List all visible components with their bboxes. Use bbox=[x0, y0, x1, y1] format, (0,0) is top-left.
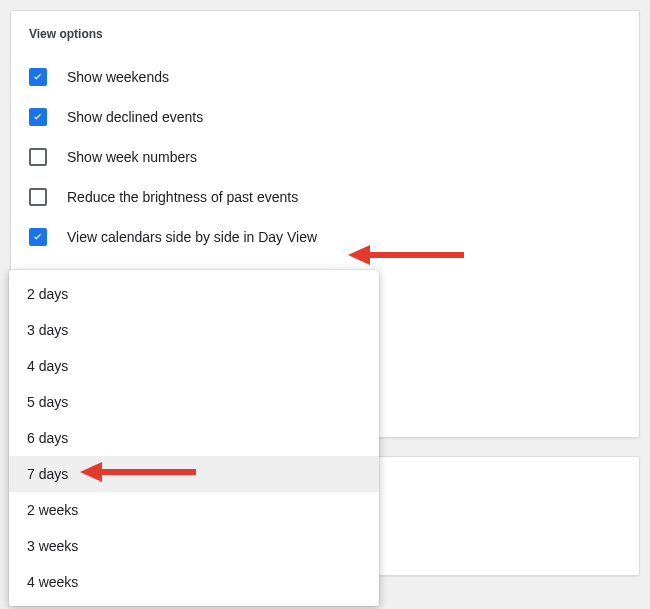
dropdown-item-2-weeks[interactable]: 2 weeks bbox=[9, 492, 379, 528]
checkbox-side-by-side[interactable] bbox=[29, 228, 47, 246]
section-title: View options bbox=[29, 27, 621, 41]
option-label: Reduce the brightness of past events bbox=[67, 189, 298, 205]
checkbox-show-weekends[interactable] bbox=[29, 68, 47, 86]
svg-rect-0 bbox=[364, 252, 464, 258]
checkbox-show-declined[interactable] bbox=[29, 108, 47, 126]
annotation-arrow-icon bbox=[348, 243, 468, 267]
annotation-arrow-icon bbox=[80, 460, 200, 484]
svg-marker-3 bbox=[80, 462, 102, 482]
dropdown-item-3-days[interactable]: 3 days bbox=[9, 312, 379, 348]
option-show-declined[interactable]: Show declined events bbox=[29, 97, 621, 137]
option-show-weekends[interactable]: Show weekends bbox=[29, 57, 621, 97]
checkmark-icon bbox=[31, 230, 45, 244]
dropdown-item-4-weeks[interactable]: 4 weeks bbox=[9, 564, 379, 600]
dropdown-item-6-days[interactable]: 6 days bbox=[9, 420, 379, 456]
dropdown-item-4-days[interactable]: 4 days bbox=[9, 348, 379, 384]
dropdown-item-3-weeks[interactable]: 3 weeks bbox=[9, 528, 379, 564]
svg-rect-2 bbox=[96, 469, 196, 475]
option-label: Show week numbers bbox=[67, 149, 197, 165]
option-label: Show weekends bbox=[67, 69, 169, 85]
checkbox-show-week-numbers[interactable] bbox=[29, 148, 47, 166]
checkmark-icon bbox=[31, 110, 45, 124]
option-label: Show declined events bbox=[67, 109, 203, 125]
svg-marker-1 bbox=[348, 245, 370, 265]
option-side-by-side[interactable]: View calendars side by side in Day View bbox=[29, 217, 621, 257]
option-label: View calendars side by side in Day View bbox=[67, 229, 317, 245]
custom-view-dropdown[interactable]: 2 days 3 days 4 days 5 days 6 days 7 day… bbox=[9, 270, 379, 606]
dropdown-item-2-days[interactable]: 2 days bbox=[9, 276, 379, 312]
dropdown-item-5-days[interactable]: 5 days bbox=[9, 384, 379, 420]
option-show-week-numbers[interactable]: Show week numbers bbox=[29, 137, 621, 177]
checkbox-reduce-brightness[interactable] bbox=[29, 188, 47, 206]
option-reduce-brightness[interactable]: Reduce the brightness of past events bbox=[29, 177, 621, 217]
checkmark-icon bbox=[31, 70, 45, 84]
